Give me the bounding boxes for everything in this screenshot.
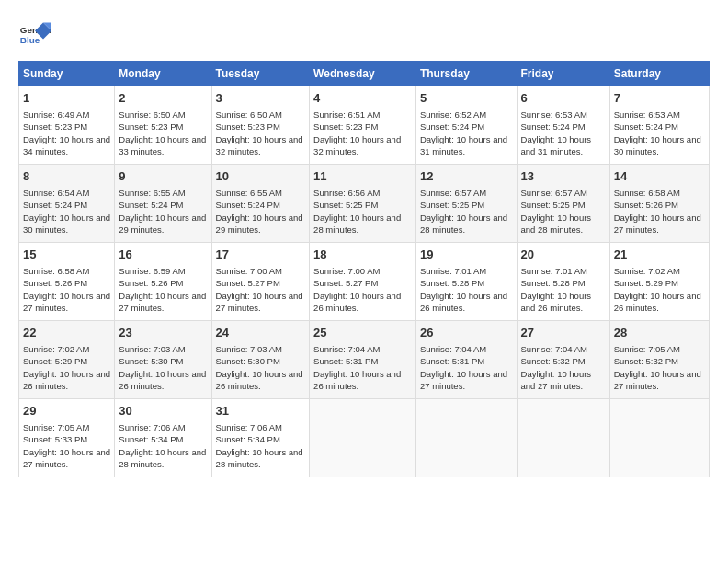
calendar-cell: 8Sunrise: 6:54 AMSunset: 5:24 PMDaylight… [19,165,115,243]
sunset-label: Sunset: 5:24 PM [521,121,586,132]
day-number: 8 [23,168,110,185]
day-header-thursday: Thursday [415,62,517,86]
day-number: 2 [119,90,207,107]
daylight-label: Daylight: 10 hours and 27 minutes. [23,291,110,313]
day-number: 22 [23,325,110,341]
calendar-week-row: 1Sunrise: 6:49 AMSunset: 5:23 PMDaylight… [19,86,710,165]
sunset-label: Sunset: 5:33 PM [23,434,87,444]
calendar-cell: 13Sunrise: 6:57 AMSunset: 5:25 PMDayligh… [517,165,609,243]
calendar-cell: 27Sunrise: 7:04 AMSunset: 5:32 PMDayligh… [517,321,609,399]
sunset-label: Sunset: 5:27 PM [313,278,378,288]
page-header: General Blue [18,18,710,52]
sunrise-label: Sunrise: 7:02 AM [23,344,89,354]
daylight-label: Daylight: 10 hours and 28 minutes. [119,447,206,469]
sunset-label: Sunset: 5:24 PM [614,121,678,132]
daylight-label: Daylight: 10 hours and 28 minutes. [521,213,592,235]
calendar-cell [609,399,709,477]
sunset-label: Sunset: 5:24 PM [420,121,484,132]
day-number: 30 [119,403,207,419]
day-number: 10 [216,168,306,185]
sunrise-label: Sunrise: 6:56 AM [313,188,380,198]
sunset-label: Sunset: 5:30 PM [119,356,183,366]
sunrise-label: Sunrise: 6:58 AM [614,188,680,198]
day-number: 31 [216,403,306,419]
sunrise-label: Sunrise: 7:05 AM [614,344,680,354]
sunset-label: Sunset: 5:23 PM [23,121,87,132]
daylight-label: Daylight: 10 hours and 29 minutes. [119,213,206,235]
day-header-saturday: Saturday [609,62,709,86]
sunrise-label: Sunrise: 6:50 AM [216,109,282,120]
sunrise-label: Sunrise: 7:06 AM [119,422,185,432]
daylight-label: Daylight: 10 hours and 32 minutes. [216,134,303,156]
daylight-label: Daylight: 10 hours and 27 minutes. [614,369,701,391]
sunset-label: Sunset: 5:34 PM [119,434,183,444]
logo: General Blue [18,18,51,52]
calendar-cell: 21Sunrise: 7:02 AMSunset: 5:29 PMDayligh… [609,243,709,321]
daylight-label: Daylight: 10 hours and 27 minutes. [420,369,507,391]
day-number: 25 [313,325,412,341]
sunset-label: Sunset: 5:32 PM [614,356,678,366]
calendar-cell: 14Sunrise: 6:58 AMSunset: 5:26 PMDayligh… [609,165,709,243]
calendar-cell: 9Sunrise: 6:55 AMSunset: 5:24 PMDaylight… [115,165,211,243]
calendar-cell: 26Sunrise: 7:04 AMSunset: 5:31 PMDayligh… [415,321,517,399]
daylight-label: Daylight: 10 hours and 32 minutes. [313,134,401,156]
sunset-label: Sunset: 5:23 PM [216,121,280,132]
sunrise-label: Sunrise: 7:00 AM [216,266,282,276]
daylight-label: Daylight: 10 hours and 26 minutes. [216,369,303,391]
day-number: 15 [23,247,110,263]
calendar-cell: 3Sunrise: 6:50 AMSunset: 5:23 PMDaylight… [211,86,310,165]
sunrise-label: Sunrise: 7:04 AM [420,344,486,354]
sunset-label: Sunset: 5:24 PM [216,200,280,210]
sunrise-label: Sunrise: 7:01 AM [521,266,587,276]
sunset-label: Sunset: 5:29 PM [614,278,678,288]
daylight-label: Daylight: 10 hours and 27 minutes. [216,291,303,313]
daylight-label: Daylight: 10 hours and 34 minutes. [23,134,110,156]
calendar-cell: 23Sunrise: 7:03 AMSunset: 5:30 PMDayligh… [115,321,211,399]
day-header-tuesday: Tuesday [211,62,310,86]
daylight-label: Daylight: 10 hours and 28 minutes. [313,213,401,235]
daylight-label: Daylight: 10 hours and 26 minutes. [119,369,206,391]
sunrise-label: Sunrise: 7:04 AM [521,344,587,354]
daylight-label: Daylight: 10 hours and 33 minutes. [119,134,206,156]
calendar-header-row: SundayMondayTuesdayWednesdayThursdayFrid… [19,62,710,86]
sunrise-label: Sunrise: 7:03 AM [216,344,282,354]
calendar-cell: 17Sunrise: 7:00 AMSunset: 5:27 PMDayligh… [211,243,310,321]
day-number: 6 [521,90,606,107]
calendar-cell: 18Sunrise: 7:00 AMSunset: 5:27 PMDayligh… [310,243,416,321]
daylight-label: Daylight: 10 hours and 31 minutes. [420,134,507,156]
calendar-cell [415,399,517,477]
sunrise-label: Sunrise: 7:03 AM [119,344,185,354]
daylight-label: Daylight: 10 hours and 28 minutes. [216,447,303,469]
daylight-label: Daylight: 10 hours and 30 minutes. [614,134,701,156]
calendar-cell: 25Sunrise: 7:04 AMSunset: 5:31 PMDayligh… [310,321,416,399]
sunset-label: Sunset: 5:23 PM [313,121,378,132]
sunset-label: Sunset: 5:28 PM [521,278,586,288]
day-number: 7 [614,90,705,107]
sunset-label: Sunset: 5:25 PM [420,200,484,210]
sunset-label: Sunset: 5:26 PM [614,200,678,210]
sunrise-label: Sunrise: 7:02 AM [614,266,680,276]
calendar-cell: 2Sunrise: 6:50 AMSunset: 5:23 PMDaylight… [115,86,211,165]
daylight-label: Daylight: 10 hours and 26 minutes. [420,291,507,313]
day-number: 5 [420,90,513,107]
sunset-label: Sunset: 5:31 PM [420,356,484,366]
sunrise-label: Sunrise: 6:53 AM [521,109,587,120]
sunrise-label: Sunrise: 6:58 AM [23,266,89,276]
sunrise-label: Sunrise: 6:49 AM [23,109,89,120]
daylight-label: Daylight: 10 hours and 27 minutes. [119,291,206,313]
daylight-label: Daylight: 10 hours and 29 minutes. [216,213,303,235]
calendar-cell: 10Sunrise: 6:55 AMSunset: 5:24 PMDayligh… [211,165,310,243]
day-number: 29 [23,403,110,419]
sunrise-label: Sunrise: 7:05 AM [23,422,89,432]
sunrise-label: Sunrise: 7:04 AM [313,344,380,354]
sunrise-label: Sunrise: 7:01 AM [420,266,486,276]
sunrise-label: Sunrise: 6:54 AM [23,188,89,198]
day-header-monday: Monday [115,62,211,86]
calendar-cell: 30Sunrise: 7:06 AMSunset: 5:34 PMDayligh… [115,399,211,477]
sunset-label: Sunset: 5:25 PM [313,200,378,210]
day-number: 24 [216,325,306,341]
sunset-label: Sunset: 5:25 PM [521,200,586,210]
day-number: 19 [420,247,513,263]
calendar-cell: 6Sunrise: 6:53 AMSunset: 5:24 PMDaylight… [517,86,609,165]
sunset-label: Sunset: 5:27 PM [216,278,280,288]
